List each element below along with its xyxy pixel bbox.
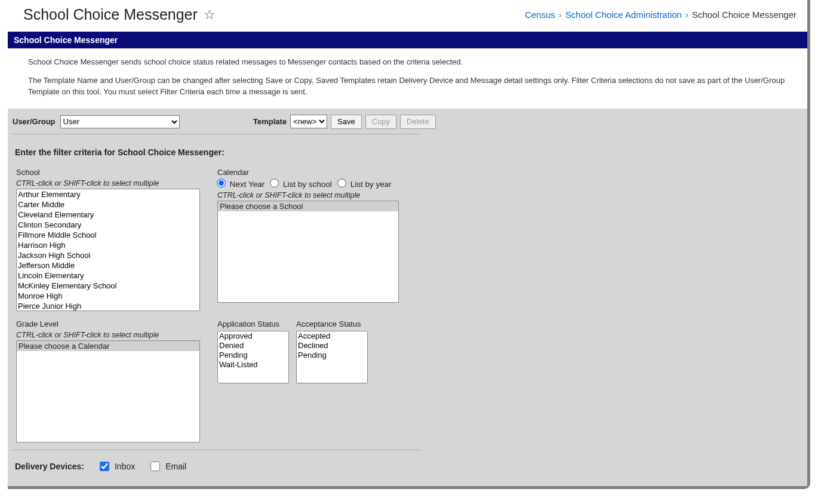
divider	[13, 450, 421, 450]
list-item: Harrison High	[17, 240, 199, 250]
description-p2: The Template Name and User/Group can be …	[28, 75, 787, 98]
chevron-right-icon: ›	[559, 10, 562, 20]
school-hint: CTRL-click or SHIFT-click to select mult…	[16, 179, 210, 188]
radio-list-by-school[interactable]: List by school	[270, 179, 332, 189]
list-item: Pierce Junior High	[17, 301, 199, 311]
list-item: Cleveland Elementary	[17, 210, 199, 220]
list-item: Arthur Elementary	[17, 189, 199, 199]
save-button[interactable]: Save	[331, 115, 362, 129]
user-group-select[interactable]: User	[60, 115, 180, 128]
radio-list-by-year[interactable]: List by year	[338, 179, 392, 189]
breadcrumb-current: School Choice Messenger	[692, 10, 797, 20]
star-icon[interactable]: ☆	[204, 7, 216, 23]
page-title: School Choice Messenger ☆	[23, 6, 216, 23]
radio-list-by-school-input[interactable]	[270, 179, 279, 188]
list-item: Accepted	[297, 331, 367, 341]
filter-criteria-title: Enter the filter criteria for School Cho…	[8, 138, 807, 162]
list-item: Carter Middle	[17, 199, 199, 210]
list-item: Pending	[297, 351, 367, 360]
calendar-label: Calendar	[217, 168, 402, 177]
list-item: Clinton Secondary	[17, 220, 199, 230]
grade-hint: CTRL-click or SHIFT-click to select mult…	[16, 331, 210, 339]
acceptance-status-column: Acceptance Status Accepted Declined Pend…	[296, 319, 368, 383]
radio-next-year[interactable]: Next Year	[217, 179, 265, 189]
application-status-label: Application Status	[217, 319, 289, 328]
user-group-label: User/Group	[13, 117, 56, 126]
list-item: Jackson High School	[17, 250, 199, 260]
description-p1: School Choice Messenger sends school cho…	[28, 57, 787, 68]
delivery-email[interactable]: Email	[148, 460, 186, 473]
list-item: Jefferson Middle	[17, 260, 199, 271]
page-title-text: School Choice Messenger	[23, 6, 198, 23]
school-column: School CTRL-click or SHIFT-click to sele…	[16, 168, 210, 311]
breadcrumb: Census › School Choice Administration › …	[525, 10, 797, 20]
template-label: Template	[253, 117, 287, 126]
list-item: Lincoln Elementary	[17, 271, 199, 281]
list-item: Monroe High	[17, 291, 199, 301]
list-item: Approved	[218, 331, 288, 341]
calendar-listbox[interactable]: Please choose a School	[217, 201, 399, 303]
acceptance-status-label: Acceptance Status	[296, 319, 368, 328]
school-listbox[interactable]: Arthur Elementary Carter Middle Clevelan…	[16, 189, 200, 311]
delivery-devices-label: Delivery Devices:	[15, 462, 84, 471]
school-label: School	[16, 168, 210, 177]
breadcrumb-census[interactable]: Census	[525, 10, 555, 20]
list-item: Denied	[218, 341, 288, 351]
radio-next-year-input[interactable]	[217, 179, 226, 188]
section-title: School Choice Messenger	[8, 32, 807, 48]
inbox-checkbox[interactable]	[100, 462, 109, 471]
calendar-placeholder: Please choose a School	[218, 201, 398, 211]
email-checkbox[interactable]	[150, 462, 160, 471]
breadcrumb-school-choice-admin[interactable]: School Choice Administration	[565, 10, 682, 20]
description: School Choice Messenger sends school cho…	[8, 48, 807, 109]
chevron-right-icon: ›	[685, 10, 688, 20]
grade-listbox[interactable]: Please choose a Calendar	[16, 340, 200, 442]
delete-button: Delete	[400, 115, 436, 129]
list-item: Declined	[297, 341, 367, 351]
grade-label: Grade Level	[16, 319, 210, 328]
application-status-column: Application Status Approved Denied Pendi…	[217, 319, 289, 383]
acceptance-status-listbox[interactable]: Accepted Declined Pending	[296, 331, 368, 383]
application-status-listbox[interactable]: Approved Denied Pending Wait-Listed	[217, 331, 289, 383]
list-item: Wait-Listed	[218, 360, 288, 370]
list-item: McKinley Elementary School	[17, 281, 199, 291]
template-select[interactable]: <new>	[290, 115, 327, 128]
radio-list-by-year-input[interactable]	[337, 179, 346, 188]
list-item: Pending	[218, 351, 288, 360]
calendar-column: Calendar Next Year List by school List b…	[217, 168, 402, 303]
calendar-hint: CTRL-click or SHIFT-click to select mult…	[217, 191, 402, 199]
list-item: Fillmore Middle School	[17, 230, 199, 240]
grade-placeholder: Please choose a Calendar	[17, 341, 199, 351]
divider	[13, 134, 421, 134]
delivery-inbox[interactable]: Inbox	[97, 460, 135, 473]
copy-button: Copy	[365, 115, 396, 129]
grade-column: Grade Level CTRL-click or SHIFT-click to…	[16, 319, 210, 442]
